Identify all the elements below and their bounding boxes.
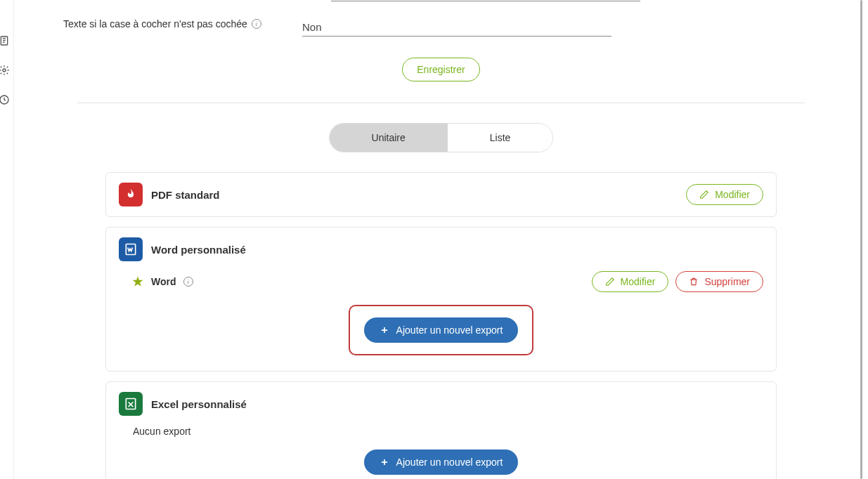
modify-label: Modifier bbox=[715, 189, 750, 200]
word-icon bbox=[119, 237, 143, 261]
excel-icon bbox=[119, 392, 143, 416]
excel-card-title: Excel personnalisé bbox=[151, 398, 763, 410]
excel-add-export-button[interactable]: Ajouter un nouvel export bbox=[364, 450, 519, 475]
add-export-label: Ajouter un nouvel export bbox=[396, 324, 503, 336]
input-oui-underline bbox=[331, 0, 640, 1]
card-excel: Excel personnalisé Aucun export Ajouter … bbox=[105, 381, 777, 479]
pdf-icon bbox=[119, 183, 143, 206]
field-label-text: Texte si la case à cocher n'est pas coch… bbox=[63, 18, 247, 29]
word-modify-button[interactable]: Modifier bbox=[592, 271, 669, 292]
plus-icon bbox=[380, 325, 389, 335]
add-export-label: Ajouter un nouvel export bbox=[396, 457, 503, 468]
word-add-export-button[interactable]: Ajouter un nouvel export bbox=[364, 317, 519, 343]
star-icon bbox=[131, 275, 144, 288]
nav-history-icon[interactable] bbox=[0, 94, 11, 107]
trash-icon bbox=[689, 277, 699, 287]
field-label: Texte si la case à cocher n'est pas coch… bbox=[35, 18, 281, 29]
scrollbar[interactable] bbox=[860, 0, 862, 479]
modify-label: Modifier bbox=[621, 276, 656, 287]
delete-label: Supprimer bbox=[704, 276, 750, 287]
nav-document-icon[interactable] bbox=[0, 35, 11, 48]
word-export-item: Word i Modifier Supprimer bbox=[119, 261, 763, 292]
section-divider bbox=[77, 103, 805, 103]
highlighted-add-export: Ajouter un nouvel export bbox=[349, 305, 534, 355]
plus-icon bbox=[380, 457, 389, 467]
tab-liste[interactable]: Liste bbox=[448, 124, 553, 152]
pdf-card-title: PDF standard bbox=[151, 189, 678, 201]
pdf-modify-button[interactable]: Modifier bbox=[686, 184, 763, 205]
svg-point-1 bbox=[3, 69, 6, 72]
info-icon[interactable]: i bbox=[252, 19, 261, 29]
word-card-title: Word personnalisé bbox=[151, 244, 763, 256]
unchecked-text-input[interactable] bbox=[302, 18, 611, 37]
pencil-icon bbox=[699, 190, 709, 199]
main-content: Texte si la case à cocher n'est pas coch… bbox=[35, 0, 847, 479]
card-word: Word personnalisé Word i Modifier Suppri… bbox=[105, 227, 777, 372]
tabs: Unitaire Liste bbox=[35, 123, 847, 152]
left-nav-rail bbox=[0, 0, 14, 479]
word-delete-button[interactable]: Supprimer bbox=[675, 271, 763, 292]
tab-unitaire[interactable]: Unitaire bbox=[330, 124, 448, 152]
nav-gear-icon[interactable] bbox=[0, 65, 11, 77]
excel-no-export: Aucun export bbox=[119, 416, 763, 441]
card-pdf: PDF standard Modifier bbox=[105, 172, 777, 217]
save-button-label: Enregistrer bbox=[417, 64, 465, 75]
word-export-name: Word bbox=[151, 276, 176, 287]
pencil-icon bbox=[605, 277, 615, 287]
info-icon[interactable]: i bbox=[183, 277, 193, 287]
save-button[interactable]: Enregistrer bbox=[402, 58, 479, 81]
checkbox-unchecked-text-field: Texte si la case à cocher n'est pas coch… bbox=[35, 18, 847, 37]
